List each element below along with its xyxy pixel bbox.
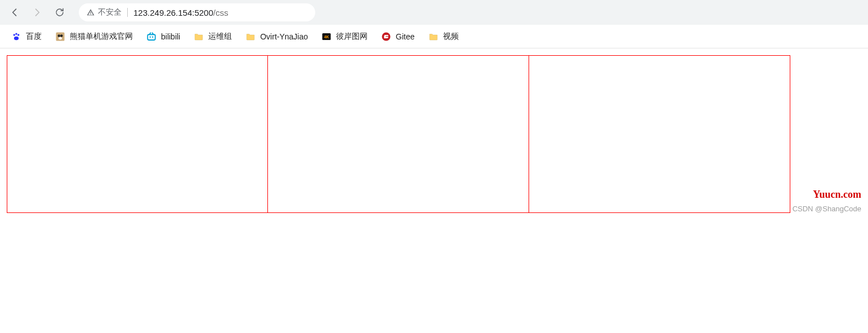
baidu-icon [11,32,21,42]
bookmarks-bar: 百度 熊猫单机游戏官网 bilibili 运维组 Ovirt-YnaJiao 4… [0,25,868,48]
grid-cell [7,55,268,213]
url-path: /css [213,8,229,17]
reload-button[interactable] [50,2,70,23]
bookmark-label: 百度 [26,32,42,42]
security-indicator[interactable]: 不安全 [87,7,122,17]
svg-point-0 [14,34,15,35]
grid-cell [268,55,529,213]
gitee-icon [381,32,391,42]
back-button[interactable] [5,2,25,23]
svg-point-7 [59,37,62,39]
bookmark-label: Ovirt-YnaJiao [260,32,308,41]
svg-point-5 [58,34,61,37]
bookmark-ovirt-folder[interactable]: Ovirt-YnaJiao [240,29,314,44]
grid-cell [529,55,790,213]
svg-rect-8 [147,34,155,40]
svg-rect-9 [150,36,151,38]
svg-rect-10 [153,36,154,38]
bookmark-gitee[interactable]: Gitee [375,29,420,44]
svg-point-1 [15,33,17,34]
bookmark-panda[interactable]: 熊猫单机游戏官网 [50,29,138,44]
watermark-author: CSDN @ShangCode [793,205,861,213]
warning-icon [87,8,95,16]
bookmark-ops-folder[interactable]: 运维组 [188,29,238,44]
folder-icon [428,32,439,42]
address-bar[interactable]: 不安全 123.249.26.154:5200/css [79,3,315,21]
bilibili-icon [146,32,156,42]
bookmark-label: bilibili [161,32,180,41]
svg-point-3 [14,36,19,39]
bookmark-label: 运维组 [208,32,232,42]
watermark-site: Yuucn.com [813,189,861,201]
svg-text:4K: 4K [324,35,329,39]
browser-toolbar: 不安全 123.249.26.154:5200/css [0,0,868,25]
url-host: 123.249.26.154:5200 [133,8,213,17]
bookmark-label: 视频 [443,32,459,42]
panda-icon [55,32,65,42]
bookmark-bian[interactable]: 4K 彼岸图网 [316,29,373,44]
security-label: 不安全 [98,7,122,17]
svg-point-2 [17,34,19,35]
bookmark-label: 熊猫单机游戏官网 [70,32,133,42]
folder-icon [194,32,204,42]
divider [127,8,128,17]
fourk-icon: 4K [321,32,332,42]
bookmark-baidu[interactable]: 百度 [6,29,47,44]
bookmark-bilibili[interactable]: bilibili [141,29,186,44]
forward-button[interactable] [27,2,47,23]
grid-row [7,55,861,213]
bookmark-label: Gitee [396,32,414,41]
bookmark-label: 彼岸图网 [336,32,368,42]
page-content: Yuucn.com CSDN @ShangCode [0,48,868,220]
folder-icon [245,32,256,42]
url-text: 123.249.26.154:5200/css [133,8,228,17]
bookmark-video-folder[interactable]: 视频 [423,29,464,44]
svg-point-6 [60,34,63,37]
